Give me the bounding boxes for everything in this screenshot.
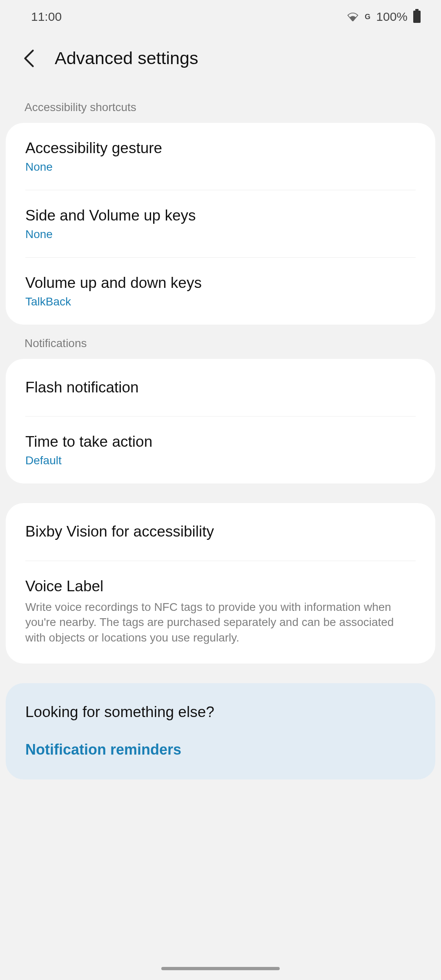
item-title: Side and Volume up keys (25, 206, 416, 225)
app-bar: Advanced settings (0, 32, 441, 89)
card-other: Bixby Vision for accessibility Voice Lab… (6, 503, 435, 664)
card-footer: Looking for something else? Notification… (6, 683, 435, 780)
item-title: Volume up and down keys (25, 273, 416, 293)
item-title: Accessibility gesture (25, 138, 416, 158)
item-description: Write voice recordings to NFC tags to pr… (25, 599, 416, 646)
item-accessibility-gesture[interactable]: Accessibility gesture None (25, 123, 416, 190)
section-header-notifications: Notifications (0, 325, 441, 359)
card-notifications: Flash notification Time to take action D… (6, 359, 435, 483)
item-voice-label[interactable]: Voice Label Write voice recordings to NF… (6, 561, 435, 664)
item-flash-notification[interactable]: Flash notification (25, 359, 416, 416)
battery-icon (413, 11, 421, 23)
status-right: G 100% (347, 10, 421, 24)
item-title: Time to take action (25, 432, 416, 452)
item-volume-up-down-keys[interactable]: Volume up and down keys TalkBack (6, 258, 435, 325)
item-title: Flash notification (25, 378, 416, 397)
network-label: G (365, 13, 370, 21)
item-bixby-vision[interactable]: Bixby Vision for accessibility (25, 503, 416, 561)
nav-gesture-pill[interactable] (161, 967, 280, 970)
item-side-volume-keys[interactable]: Side and Volume up keys None (25, 190, 416, 258)
card-shortcuts: Accessibility gesture None Side and Volu… (6, 123, 435, 325)
status-time: 11:00 (31, 10, 62, 24)
back-icon[interactable] (23, 49, 35, 68)
item-value: TalkBack (25, 295, 416, 308)
item-value: None (25, 228, 416, 241)
page-title: Advanced settings (55, 48, 198, 68)
wifi-icon (347, 12, 359, 21)
item-title: Voice Label (25, 577, 416, 596)
footer-link-notification-reminders[interactable]: Notification reminders (6, 729, 435, 780)
battery-text: 100% (376, 10, 408, 24)
item-value: Default (25, 454, 416, 467)
section-header-shortcuts: Accessibility shortcuts (0, 89, 441, 123)
item-time-to-take-action[interactable]: Time to take action Default (6, 416, 435, 483)
status-bar: 11:00 G 100% (0, 0, 441, 32)
item-value: None (25, 160, 416, 174)
item-title: Bixby Vision for accessibility (25, 522, 416, 541)
footer-title: Looking for something else? (6, 683, 435, 729)
